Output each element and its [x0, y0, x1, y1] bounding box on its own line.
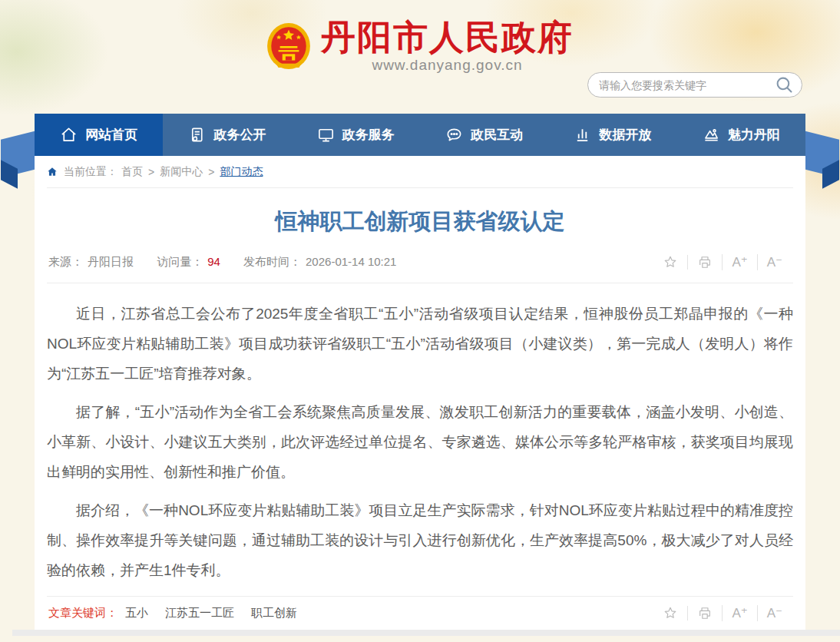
content-panel: 当前位置： 首页 > 新闻中心 > 部门动态 恒神职工创新项目获省级认定 来源：… — [35, 156, 805, 636]
publish-time-label: 发布时间： — [243, 255, 301, 268]
page-container: 丹阳市人民政府 www.danyang.gov.cn — [35, 0, 805, 636]
site-logo[interactable]: 丹阳市人民政府 www.danyang.gov.cn — [35, 0, 805, 74]
star-icon — [663, 255, 678, 270]
home-icon — [60, 126, 78, 144]
article-body: 近日，江苏省总工会公布了2025年度全省职工“五小”活动省级项目认定结果，恒神股… — [47, 283, 793, 594]
keyword-link[interactable]: 职工创新 — [251, 606, 297, 620]
source-value: 丹阳日报 — [88, 255, 134, 268]
footer-strip — [12, 630, 840, 636]
nav-item-gov-services[interactable]: 政务服务 — [292, 114, 420, 156]
print-button[interactable] — [687, 255, 722, 270]
star-icon — [663, 606, 678, 620]
article-paragraph-1: 近日，江苏省总工会公布了2025年度全省职工“五小”活动省级项目认定结果，恒神股… — [47, 299, 793, 389]
monitor-icon — [317, 126, 335, 144]
article-tools-top: A⁺ A⁻ — [653, 254, 792, 270]
keyword-link[interactable]: 五小 — [125, 606, 148, 620]
search-input[interactable] — [599, 79, 775, 91]
printer-icon — [697, 255, 713, 270]
keywords-row: 文章关键词： 五小 江苏五一工匠 职工创新 A⁺ A⁻ — [47, 596, 793, 630]
nav-label: 政民互动 — [471, 126, 523, 144]
article-paragraph-3: 据介绍，《一种NOL环应变片粘贴辅助工装》项目立足生产实际需求，针对NOL环应变… — [47, 495, 793, 585]
keywords: 文章关键词： 五小 江苏五一工匠 职工创新 — [48, 606, 314, 620]
breadcrumb-link-news-center[interactable]: 新闻中心 — [160, 165, 203, 179]
article-title: 恒神职工创新项目获省级认定 — [47, 207, 793, 237]
site-header: 丹阳市人民政府 www.danyang.gov.cn — [35, 0, 805, 114]
keywords-label: 文章关键词： — [48, 606, 117, 620]
nav-label: 数据开放 — [599, 126, 651, 144]
source-label: 来源： — [48, 255, 83, 268]
printer-icon — [697, 606, 713, 620]
search-button[interactable] — [775, 75, 794, 94]
home-icon — [47, 167, 58, 177]
font-increase-button[interactable]: A⁺ — [722, 605, 756, 621]
breadcrumb-separator: > — [208, 166, 214, 178]
font-decrease-button[interactable]: A⁻ — [757, 605, 792, 621]
article-tools-bottom: A⁺ A⁻ — [653, 605, 792, 621]
nav-label: 政务公开 — [213, 126, 266, 144]
article-meta: 来源：丹阳日报 访问量：94 发布时间：2026-01-14 10:21 — [48, 255, 401, 270]
favorite-button[interactable] — [653, 606, 687, 620]
views-count: 94 — [207, 255, 220, 268]
breadcrumb: 当前位置： 首页 > 新闻中心 > 部门动态 — [47, 156, 793, 188]
breadcrumb-current-dept-news[interactable]: 部门动态 — [220, 165, 263, 179]
nav-label: 魅力丹阳 — [728, 126, 780, 144]
magnifier-icon — [775, 75, 794, 94]
article-paragraph-2: 据了解，“五小”活动作为全省工会系统聚焦高质量发展、激发职工创新活力的重要载体，… — [47, 397, 793, 487]
main-nav-wrap: 网站首页 政务公开 政务服务 — [35, 114, 805, 156]
views-label: 访问量： — [157, 255, 203, 268]
main-nav: 网站首页 政务公开 政务服务 — [35, 114, 805, 156]
logo-text: 丹阳市人民政府 www.danyang.gov.cn — [321, 18, 574, 74]
search-box — [587, 72, 802, 98]
national-emblem-icon — [266, 22, 311, 70]
font-decrease-button[interactable]: A⁻ — [757, 254, 792, 270]
breadcrumb-separator: > — [148, 166, 154, 178]
nav-item-gov-info[interactable]: 政务公开 — [163, 114, 291, 156]
nav-item-charming-danyang[interactable]: 魅力丹阳 — [677, 114, 805, 156]
nav-item-interaction[interactable]: 政民互动 — [420, 114, 548, 156]
site-name: 丹阳市人民政府 — [321, 18, 574, 57]
keyword-link[interactable]: 江苏五一工匠 — [165, 606, 234, 620]
nav-label: 网站首页 — [85, 126, 137, 144]
nav-item-homepage[interactable]: 网站首页 — [35, 114, 163, 156]
font-increase-button[interactable]: A⁺ — [722, 254, 756, 270]
article-meta-row: 来源：丹阳日报 访问量：94 发布时间：2026-01-14 10:21 A⁺ … — [47, 250, 793, 283]
favorite-button[interactable] — [653, 255, 687, 270]
mountain-icon — [703, 126, 720, 144]
breadcrumb-link-home[interactable]: 首页 — [121, 165, 143, 179]
nav-label: 政务服务 — [342, 126, 395, 144]
chat-icon — [445, 126, 463, 144]
bar-chart-icon — [574, 126, 591, 144]
nav-item-open-data[interactable]: 数据开放 — [548, 114, 676, 156]
print-button[interactable] — [687, 606, 722, 620]
breadcrumb-label: 当前位置： — [64, 165, 117, 179]
document-icon — [188, 126, 206, 144]
site-url: www.danyang.gov.cn — [372, 57, 522, 74]
publish-time-value: 2026-01-14 10:21 — [306, 255, 396, 268]
